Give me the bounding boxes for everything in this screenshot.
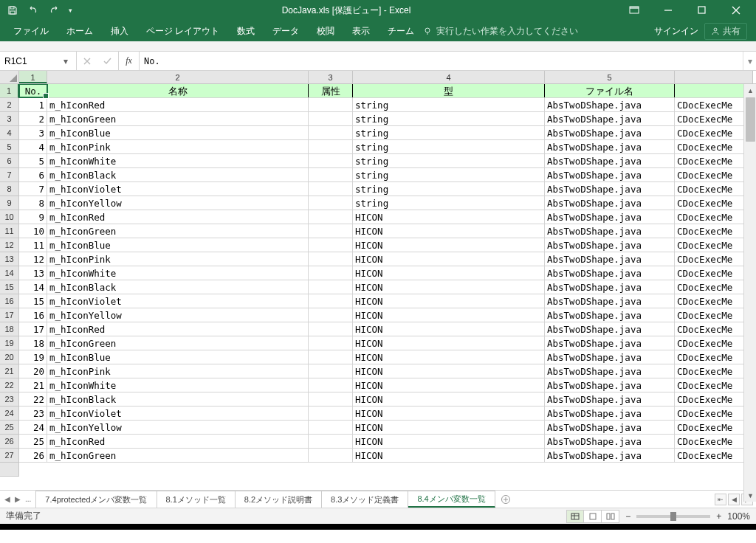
row-header-6[interactable]: 6 [0,154,19,168]
sheet-tab-4[interactable]: 8.4メンバ変数一覧 [408,491,495,508]
cell-c3[interactable]: HICON [353,421,545,434]
row-header-16[interactable]: 16 [0,294,19,308]
cell-c3[interactable]: HICON [353,336,545,350]
row-header-21[interactable]: 21 [0,364,19,378]
sheet-tab-1[interactable]: 8.1メソッド一覧 [157,491,236,508]
cell-c0[interactable]: 5 [19,154,47,167]
cell-c2[interactable] [309,140,353,153]
cell-c5[interactable]: CDocExecMe [675,336,753,350]
row-header-22[interactable]: 22 [0,378,19,392]
column-header-5[interactable]: 5 [545,71,675,83]
table-row[interactable]: 14m_hIconBlackHICONAbsTwoDShape.javaCDoc… [19,280,753,294]
cell-c1[interactable]: m_hIconYellow [47,196,309,210]
cell-c4[interactable]: AbsTwoDShape.java [545,392,675,406]
header-cell-5[interactable] [675,84,753,97]
table-row[interactable]: 6m_hIconBlackstringAbsTwoDShape.javaCDoc… [19,168,753,182]
header-row[interactable]: No.名称属性型ファイル名 [19,84,753,98]
cell-c3[interactable]: HICON [353,392,545,406]
cell-c1[interactable]: m_hIconWhite [47,154,309,167]
cell-c5[interactable]: CDocExecMe [675,322,753,336]
cell-c4[interactable]: AbsTwoDShape.java [545,350,675,364]
cell-c2[interactable] [309,196,353,210]
table-row[interactable]: 22m_hIconBlackHICONAbsTwoDShape.javaCDoc… [19,392,753,407]
cell-c2[interactable] [309,294,353,308]
row-header-28[interactable] [0,463,19,477]
cell-c0[interactable]: 1 [19,98,47,111]
cell-c2[interactable] [309,252,353,266]
cell-c1[interactable]: m_hIconBlack [47,392,309,406]
cell-c1[interactable]: m_hIconRed [47,435,309,448]
table-row[interactable]: 15m_hIconVioletHICONAbsTwoDShape.javaCDo… [19,294,753,308]
row-header-15[interactable]: 15 [0,280,19,294]
cell-c1[interactable]: m_hIconViolet [47,182,309,196]
cell-c4[interactable]: AbsTwoDShape.java [545,210,675,224]
cell-c1[interactable]: m_hIconGreen [47,336,309,350]
cell-c5[interactable]: CDocExecMe [675,378,753,392]
cell-c0[interactable]: 14 [19,280,47,294]
cell-c4[interactable]: AbsTwoDShape.java [545,280,675,294]
cell-c0[interactable]: 10 [19,224,47,238]
cell-c2[interactable] [309,322,353,336]
redo-button[interactable] [44,1,63,19]
worksheet-grid[interactable]: 12345 1234567891011121314151617181920212… [0,71,756,490]
cell-c0[interactable]: 23 [19,407,47,420]
row-header-10[interactable]: 10 [0,210,19,224]
cell-c2[interactable] [309,182,353,196]
cell-c0[interactable]: 18 [19,336,47,350]
share-button[interactable]: 共有 [704,23,747,40]
table-row[interactable]: 1m_hIconRedstringAbsTwoDShape.javaCDocEx… [19,98,753,112]
tab-nav-prev-icon[interactable]: ◀ [4,495,10,503]
cell-c3[interactable]: string [353,126,545,139]
ribbon-tab-4[interactable]: 数式 [228,21,264,41]
cancel-formula-button[interactable] [77,52,97,71]
cell-c5[interactable]: CDocExecMe [675,140,753,153]
cell-c0[interactable]: 15 [19,294,47,308]
column-header-6[interactable] [675,71,753,83]
table-row[interactable]: 18m_hIconGreenHICONAbsTwoDShape.javaCDoc… [19,336,753,350]
sign-in-link[interactable]: サインイン [654,25,698,38]
cell-c4[interactable]: AbsTwoDShape.java [545,336,675,350]
cell-c0[interactable]: 24 [19,421,47,434]
cell-c0[interactable]: 26 [19,449,47,462]
cell-c1[interactable]: m_hIconBlue [47,126,309,139]
cell-c3[interactable]: HICON [353,224,545,238]
row-header-17[interactable]: 17 [0,308,19,322]
cell-c0[interactable]: 13 [19,266,47,280]
table-row[interactable]: 3m_hIconBluestringAbsTwoDShape.javaCDocE… [19,126,753,140]
table-row[interactable]: 4m_hIconPinkstringAbsTwoDShape.javaCDocE… [19,140,753,154]
cell-c2[interactable] [309,421,353,434]
cell-c5[interactable]: CDocExecMe [675,182,753,196]
cell-c3[interactable]: string [353,168,545,181]
zoom-slider-thumb[interactable] [670,512,676,521]
header-cell-4[interactable]: ファイル名 [545,84,675,97]
cell-c4[interactable]: AbsTwoDShape.java [545,322,675,336]
cell-c3[interactable]: string [353,196,545,210]
sheet-tab-nav[interactable]: ◀ ▶ ... [0,491,35,508]
scroll-down-button[interactable]: ▼ [744,489,756,502]
cell-c5[interactable]: CDocExecMe [675,407,753,420]
cell-c4[interactable]: AbsTwoDShape.java [545,378,675,392]
name-box-dropdown[interactable]: ▾ [59,56,72,66]
cell-c1[interactable]: m_hIconBlack [47,280,309,294]
ribbon-tab-3[interactable]: ページ レイアウト [137,21,228,41]
cell-c4[interactable]: AbsTwoDShape.java [545,126,675,139]
row-header-12[interactable]: 12 [0,238,19,252]
cell-c3[interactable]: HICON [353,378,545,392]
hscroll-left-button[interactable]: ◀ [728,494,740,505]
table-row[interactable]: 21m_hIconWhiteHICONAbsTwoDShape.javaCDoc… [19,378,753,392]
table-row[interactable]: 25m_hIconRedHICONAbsTwoDShape.javaCDocEx… [19,435,753,449]
row-header-26[interactable]: 26 [0,435,19,449]
row-header-5[interactable]: 5 [0,140,19,154]
expand-formula-bar[interactable]: ▾ [743,52,756,70]
cell-c4[interactable]: AbsTwoDShape.java [545,112,675,125]
zoom-level[interactable]: 100% [727,511,750,522]
cell-c3[interactable]: HICON [353,280,545,294]
row-header-25[interactable]: 25 [0,421,19,435]
table-row[interactable]: 20m_hIconPinkHICONAbsTwoDShape.javaCDocE… [19,364,753,378]
header-cell-1[interactable]: 名称 [47,84,309,97]
cell-c4[interactable]: AbsTwoDShape.java [545,294,675,308]
cell-c4[interactable]: AbsTwoDShape.java [545,407,675,420]
cell-c5[interactable]: CDocExecMe [675,294,753,308]
cell-c1[interactable]: m_hIconWhite [47,378,309,392]
cell-c5[interactable]: CDocExecMe [675,266,753,280]
